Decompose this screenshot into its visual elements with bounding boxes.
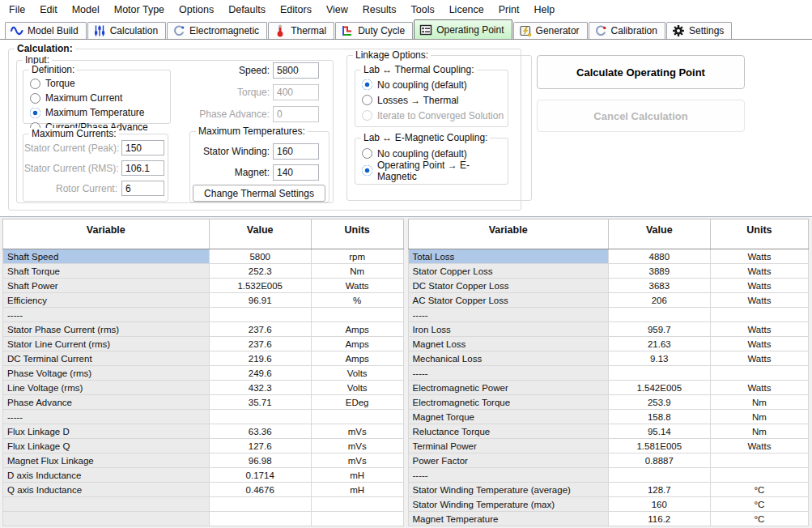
definition-radio-option[interactable]: Maximum Temperature — [30, 105, 148, 120]
cell-variable: Electromagnetic Torque — [408, 395, 608, 410]
table-row[interactable]: Terminal Power 1.581E005 Watts — [408, 439, 809, 453]
definition-radio-option[interactable]: Torque — [30, 76, 148, 91]
calculate-operating-point-button[interactable]: Calculate Operating Point — [537, 55, 745, 89]
phase-advance-input[interactable] — [273, 106, 319, 122]
radio-icon — [30, 108, 40, 118]
cell-variable: Magnet Flux Linkage — [3, 453, 210, 468]
menu-item[interactable]: Tools — [403, 2, 441, 18]
table-row[interactable]: Magnet Torque 158.8 Nm — [408, 410, 809, 424]
menu-item[interactable]: View — [319, 2, 355, 18]
table-row[interactable]: D axis Inductance 0.1714 mH — [3, 468, 404, 483]
table-row[interactable]: Magnet Temperature 116.2 °C — [408, 512, 809, 526]
results-panel: Variable Value Units Shaft Speed 5800 rp… — [0, 216, 812, 528]
table-row[interactable]: ----- — [408, 308, 809, 322]
table-row[interactable]: Mechanical Loss 9.13 Watts — [408, 351, 809, 366]
thermal-coupling-radio-option[interactable]: Losses → Thermal — [362, 92, 504, 108]
cell-variable: DC Stator Copper Loss — [408, 279, 608, 293]
tab-thermal[interactable]: Thermal — [268, 22, 334, 39]
table-row[interactable]: Total Loss 4880 Watts — [408, 249, 809, 264]
table-row[interactable] — [3, 497, 404, 512]
menu-item[interactable]: File — [2, 2, 32, 18]
table-row[interactable]: Stator Copper Loss 3889 Watts — [408, 264, 809, 279]
table-row[interactable]: Stator Winding Temperature (max) 160 °C — [408, 497, 809, 512]
table-row[interactable]: Flux Linkage D 63.36 mVs — [3, 424, 404, 439]
change-thermal-settings-button[interactable]: Change Thermal Settings — [193, 185, 325, 202]
tab-duty-cycle[interactable]: Duty Cycle — [335, 22, 413, 39]
table-row[interactable]: Iron Loss 959.7 Watts — [408, 322, 809, 337]
menu-item[interactable]: Motor Type — [107, 2, 172, 18]
table-row[interactable]: ----- — [408, 366, 809, 381]
menu-item[interactable]: Options — [172, 2, 221, 18]
table-row[interactable]: Electromagnetic Torque 253.9 Nm — [408, 395, 809, 410]
cell-variable: ----- — [3, 308, 210, 322]
magnet-temperature-input[interactable] — [273, 164, 319, 181]
tab-operating-point[interactable]: Operating Point — [414, 19, 512, 39]
cell-units: mVs — [311, 439, 403, 453]
stator-winding-input[interactable] — [273, 143, 319, 160]
stator-current-peak-input[interactable] — [121, 140, 164, 155]
table-row[interactable]: Phase Voltage (rms) 249.6 Volts — [3, 366, 404, 381]
table-row[interactable]: Stator Phase Current (rms) 237.6 Amps — [3, 322, 404, 337]
emagnetic-coupling-radio-option[interactable]: Operating Point → E-Magnetic — [362, 162, 508, 179]
table-row[interactable]: Magnet Loss 21.63 Watts — [408, 337, 809, 351]
tab-model-build[interactable]: Model Build — [5, 22, 87, 39]
cell-variable: ----- — [408, 468, 608, 483]
cell-units: Amps — [311, 322, 403, 337]
table-row[interactable]: ----- — [3, 410, 404, 424]
thermal-coupling-radio-option[interactable]: Iterate to Converged Solution — [362, 108, 504, 123]
table-row[interactable]: Shaft Torque 252.3 Nm — [3, 264, 404, 279]
generator-icon — [519, 24, 532, 37]
table-row[interactable]: DC Stator Copper Loss 3683 Watts — [408, 279, 809, 293]
definition-radio-option[interactable]: Maximum Current — [30, 91, 148, 105]
menu-item[interactable]: Edit — [32, 2, 65, 18]
table-row[interactable]: Shaft Power 1.532E005 Watts — [3, 279, 404, 293]
table-row[interactable]: DC Terminal Current 219.6 Amps — [3, 351, 404, 366]
table-row[interactable]: Flux Linkage Q 127.6 mVs — [3, 439, 404, 453]
menu-item[interactable]: Editors — [273, 2, 319, 18]
table-row[interactable]: ----- — [408, 468, 809, 483]
tab-calculation[interactable]: Calculation — [87, 22, 166, 39]
tab-electromagnetic[interactable]: Electromagnetic — [167, 22, 267, 39]
cell-value: 219.6 — [209, 351, 311, 366]
speed-input[interactable] — [273, 62, 319, 79]
tab-settings[interactable]: Settings — [666, 22, 732, 39]
table-row[interactable]: Shaft Speed 5800 rpm — [3, 249, 404, 264]
cell-variable: Line Voltage (rms) — [3, 381, 210, 395]
table-row[interactable]: Stator Line Current (rms) 237.6 Amps — [3, 337, 404, 351]
menu-item[interactable]: Model — [65, 2, 107, 18]
table-row[interactable]: AC Stator Copper Loss 206 Watts — [408, 293, 809, 308]
menu-bar: FileEditModelMotor TypeOptionsDefaultsEd… — [0, 0, 812, 19]
table-row[interactable]: Magnet Flux Linkage 96.98 mVs — [3, 453, 404, 468]
stator-current-rms-input[interactable] — [121, 160, 164, 176]
torque-input[interactable] — [273, 84, 319, 100]
table-row[interactable]: Phase Advance 35.71 EDeg — [3, 395, 404, 410]
thermal-coupling-radio-option[interactable]: No coupling (default) — [362, 77, 504, 92]
rotor-current-input[interactable] — [121, 181, 164, 196]
table-row[interactable]: Stator Winding Temperature (average) 128… — [408, 483, 809, 497]
cancel-calculation-button[interactable]: Cancel Calculation — [537, 100, 745, 132]
rotor-current-label: Rotor Current: — [24, 183, 117, 194]
table-row[interactable]: Line Voltage (rms) 432.3 Volts — [3, 381, 404, 395]
tab-bar: Model Build Calculation Electromagnetic … — [0, 19, 812, 40]
table-row[interactable]: Q axis Inductance 0.4676 mH — [3, 483, 404, 497]
tab-calibration[interactable]: Calibration — [589, 22, 665, 39]
table-row[interactable]: Electromagnetic Power 1.542E005 Watts — [408, 381, 809, 395]
menu-item[interactable]: Print — [491, 2, 527, 18]
menu-item[interactable]: Help — [526, 2, 562, 18]
menu-item[interactable]: Defaults — [221, 2, 273, 18]
menu-item[interactable]: Licence — [442, 2, 491, 18]
table-row[interactable] — [3, 512, 404, 526]
table-row[interactable]: Efficiency 96.91 % — [3, 293, 404, 308]
menu-item[interactable]: Results — [355, 2, 404, 18]
cell-value: 1.532E005 — [209, 279, 311, 293]
cell-units: Amps — [311, 337, 403, 351]
cell-variable: Terminal Power — [408, 439, 608, 453]
cell-value: 158.8 — [608, 410, 710, 424]
table-row[interactable]: Reluctance Torque 95.14 Nm — [408, 424, 809, 439]
cell-value: 237.6 — [209, 337, 311, 351]
tab-generator[interactable]: Generator — [513, 22, 588, 39]
table-row[interactable]: ----- — [3, 308, 404, 322]
definition-group-label: Definition: — [29, 64, 77, 75]
table-row[interactable]: Power Factor 0.8887 — [408, 453, 809, 468]
operating-point-grid-icon — [419, 23, 432, 36]
